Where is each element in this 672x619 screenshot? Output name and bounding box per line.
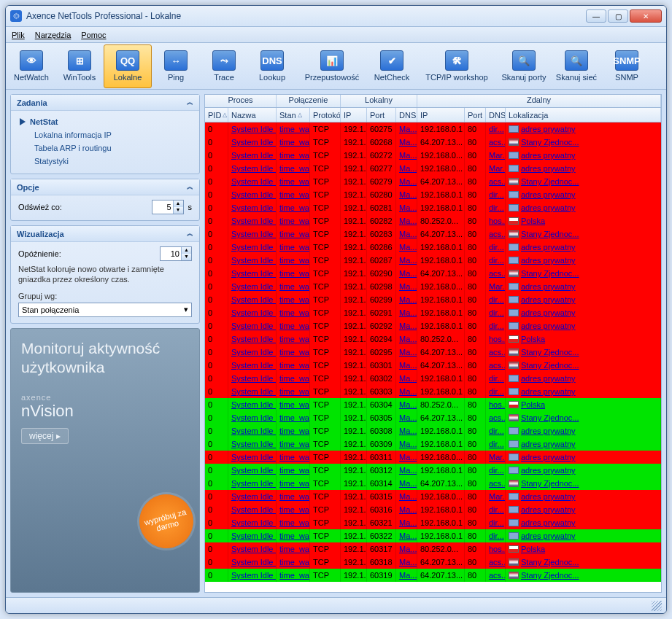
rdns-link[interactable]: dir... xyxy=(489,532,504,540)
dns-link[interactable]: Ma... xyxy=(399,361,417,370)
dns-link[interactable]: Ma... xyxy=(399,374,417,383)
location-link[interactable]: adres prywatny xyxy=(521,282,576,291)
process-link[interactable]: System Idle ... xyxy=(231,125,277,133)
rdns-link[interactable]: dir... xyxy=(489,243,504,252)
dns-link[interactable]: Ma... xyxy=(399,308,417,317)
location-link[interactable]: adres prywatny xyxy=(521,322,576,330)
dns-link[interactable]: Ma... xyxy=(399,243,417,252)
state-link[interactable]: time_wait xyxy=(279,151,310,160)
state-link[interactable]: time_wait xyxy=(279,492,310,501)
state-link[interactable]: time_wait xyxy=(279,440,310,448)
dns-link[interactable]: Ma... xyxy=(399,348,417,357)
rdns-link[interactable]: dir... xyxy=(489,466,504,475)
process-link[interactable]: System Idle ... xyxy=(231,492,277,501)
state-link[interactable]: time_wait xyxy=(279,322,310,330)
dns-link[interactable]: Ma... xyxy=(399,164,417,173)
location-link[interactable]: Stany Zjednoc... xyxy=(521,571,579,580)
dns-link[interactable]: Ma... xyxy=(399,492,417,501)
process-link[interactable]: System Idle ... xyxy=(231,400,277,409)
menu-file[interactable]: Plik xyxy=(12,31,25,39)
column-header[interactable]: PID△ Nazwa Stan△ Protokó IP Port DNS IP … xyxy=(205,108,661,122)
process-link[interactable]: System Idle ... xyxy=(231,558,277,567)
delay-spinner[interactable]: ▲▼ xyxy=(160,246,192,261)
process-link[interactable]: System Idle ... xyxy=(231,518,277,527)
table-row[interactable]: 0System Idle ...time_waitTCP192.1...6026… xyxy=(205,136,661,149)
rdns-link[interactable]: hos... xyxy=(489,217,506,225)
state-link[interactable]: time_wait xyxy=(279,361,310,370)
table-row[interactable]: 0System Idle ...time_waitTCP192.1...6028… xyxy=(205,214,661,227)
location-link[interactable]: Stany Zjednoc... xyxy=(521,177,579,186)
location-link[interactable]: adres prywatny xyxy=(521,427,576,435)
toolbar-lookup[interactable]: DNSLookup xyxy=(248,44,296,88)
toolbar-ping[interactable]: ↔Ping xyxy=(152,44,200,88)
state-link[interactable]: time_wait xyxy=(279,164,310,173)
table-row[interactable]: 0System Idle ...time_waitTCP192.1...6030… xyxy=(205,424,661,437)
table-row[interactable]: 0System Idle ...time_waitTCP192.1...6029… xyxy=(205,293,661,306)
table-row[interactable]: 0System Idle ...time_waitTCP192.1...6031… xyxy=(205,451,661,464)
state-link[interactable]: time_wait xyxy=(279,190,310,199)
state-link[interactable]: time_wait xyxy=(279,374,310,383)
location-link[interactable]: adres prywatny xyxy=(521,387,576,396)
process-link[interactable]: System Idle ... xyxy=(231,322,277,330)
dns-link[interactable]: Ma... xyxy=(399,571,417,580)
table-row[interactable]: 0System Idle ...time_waitTCP192.1...6031… xyxy=(205,464,661,477)
dns-link[interactable]: Ma... xyxy=(399,505,417,514)
toolbar-wintools[interactable]: ⊞WinTools xyxy=(55,44,104,88)
menu-tools[interactable]: Narzędzia xyxy=(35,31,72,39)
state-link[interactable]: time_wait xyxy=(279,453,310,462)
rdns-link[interactable]: acs... xyxy=(489,479,506,488)
group-combo[interactable]: Stan połączenia ▾ xyxy=(18,303,192,317)
rdns-link[interactable]: dir... xyxy=(489,256,504,265)
promo-burst[interactable]: wypróbuj za darmo xyxy=(134,488,200,555)
location-link[interactable]: adres prywatny xyxy=(521,243,576,252)
dns-link[interactable]: Ma... xyxy=(399,440,417,448)
process-link[interactable]: System Idle ... xyxy=(231,505,277,514)
process-link[interactable]: System Idle ... xyxy=(231,479,277,488)
table-row[interactable]: 0System Idle ...time_waitTCP192.1...6030… xyxy=(205,398,661,411)
location-link[interactable]: adres prywatny xyxy=(521,203,576,212)
process-link[interactable]: System Idle ... xyxy=(231,308,277,317)
dns-link[interactable]: Ma... xyxy=(399,256,417,265)
process-link[interactable]: System Idle ... xyxy=(231,453,277,462)
location-link[interactable]: Stany Zjednoc... xyxy=(521,138,579,147)
dns-link[interactable]: Ma... xyxy=(399,217,417,225)
process-link[interactable]: System Idle ... xyxy=(231,335,277,343)
toolbar-netwatch[interactable]: 👁NetWatch xyxy=(7,44,55,88)
process-link[interactable]: System Idle ... xyxy=(231,243,277,252)
state-link[interactable]: time_wait xyxy=(279,348,310,357)
state-link[interactable]: time_wait xyxy=(279,427,310,435)
location-link[interactable]: adres prywatny xyxy=(521,532,576,540)
table-row[interactable]: 0System Idle ...time_waitTCP192.1...6032… xyxy=(205,529,661,542)
location-link[interactable]: adres prywatny xyxy=(521,518,576,527)
table-row[interactable]: 0System Idle ...time_waitTCP192.1...6027… xyxy=(205,175,661,188)
location-link[interactable]: Polska xyxy=(521,545,545,553)
rdns-link[interactable]: acs... xyxy=(489,361,506,370)
table-row[interactable]: 0System Idle ...time_waitTCP192.1...6031… xyxy=(205,490,661,503)
process-link[interactable]: System Idle ... xyxy=(231,387,277,396)
location-link[interactable]: Stany Zjednoc... xyxy=(521,413,579,422)
location-link[interactable]: adres prywatny xyxy=(521,453,576,462)
dns-link[interactable]: Ma... xyxy=(399,466,417,475)
table-row[interactable]: 0System Idle ...time_waitTCP192.1...6030… xyxy=(205,385,661,398)
location-link[interactable]: Stany Zjednoc... xyxy=(521,558,579,567)
spin-up-icon[interactable]: ▲ xyxy=(173,201,183,207)
location-link[interactable]: adres prywatny xyxy=(521,190,576,199)
location-link[interactable]: Polska xyxy=(521,335,545,343)
rdns-link[interactable]: dir... xyxy=(489,190,504,199)
rdns-link[interactable]: dir... xyxy=(489,427,504,435)
state-link[interactable]: time_wait xyxy=(279,387,310,396)
minimize-button[interactable]: — xyxy=(586,9,606,23)
state-link[interactable]: time_wait xyxy=(279,466,310,475)
location-link[interactable]: Polska xyxy=(521,217,545,225)
dns-link[interactable]: Ma... xyxy=(399,479,417,488)
refresh-input[interactable] xyxy=(152,203,173,211)
location-link[interactable]: adres prywatny xyxy=(521,374,576,383)
dns-link[interactable]: Ma... xyxy=(399,413,417,422)
process-link[interactable]: System Idle ... xyxy=(231,466,277,475)
state-link[interactable]: time_wait xyxy=(279,518,310,527)
collapse-icon[interactable]: ︽ xyxy=(187,182,193,192)
dns-link[interactable]: Ma... xyxy=(399,518,417,527)
rdns-link[interactable]: acs... xyxy=(489,413,506,422)
rdns-link[interactable]: acs... xyxy=(489,177,506,186)
toolbar-skanuj-sie-[interactable]: 🔍Skanuj sieć xyxy=(550,44,603,88)
